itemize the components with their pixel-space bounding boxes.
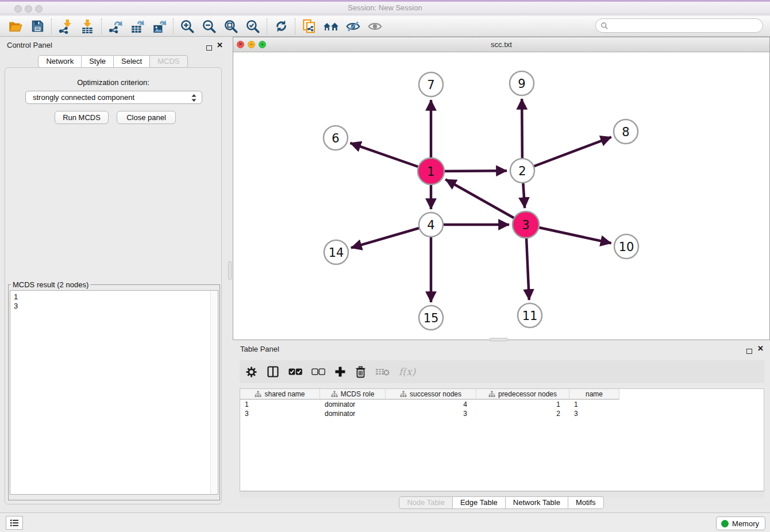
export-image-icon[interactable] bbox=[148, 17, 170, 36]
tab-select[interactable]: Select bbox=[114, 55, 150, 68]
show-panels-list-button[interactable] bbox=[6, 516, 23, 530]
column-type-icon bbox=[255, 391, 261, 398]
search-icon bbox=[600, 22, 609, 30]
chevron-up-down-icon bbox=[191, 93, 197, 105]
table-row[interactable]: 1 dominator 4 1 1 bbox=[240, 400, 619, 409]
node-3[interactable]: 3 bbox=[513, 211, 539, 238]
tab-edge-table[interactable]: Edge Table bbox=[453, 496, 506, 509]
tab-motifs[interactable]: Motifs bbox=[568, 496, 604, 509]
column-header-name[interactable]: name bbox=[569, 389, 619, 400]
cell-shared-name[interactable]: 3 bbox=[240, 409, 320, 418]
column-type-icon bbox=[400, 391, 407, 398]
zoom-in-icon[interactable] bbox=[176, 17, 198, 36]
export-table-icon[interactable] bbox=[126, 17, 148, 36]
memory-button[interactable]: Memory bbox=[716, 516, 765, 530]
node-8[interactable]: 8 bbox=[614, 119, 638, 144]
node-1[interactable]: 1 bbox=[418, 158, 444, 184]
open-file-icon[interactable] bbox=[5, 17, 26, 36]
delete-table-icon[interactable] bbox=[375, 367, 390, 376]
cell-name[interactable]: 3 bbox=[569, 409, 619, 418]
node-6[interactable]: 6 bbox=[324, 126, 348, 150]
tab-network-table[interactable]: Network Table bbox=[506, 496, 568, 509]
tab-mcds[interactable]: MCDS bbox=[150, 55, 187, 68]
network-window-titlebar[interactable]: ✕ − ＋ scc.txt bbox=[233, 37, 769, 52]
column-header-predecessor-nodes[interactable]: predecessor nodes bbox=[476, 389, 569, 400]
memory-label: Memory bbox=[732, 519, 759, 528]
cell-predecessor-nodes[interactable]: 1 bbox=[476, 400, 569, 409]
import-table-icon[interactable] bbox=[76, 17, 98, 36]
table-panel-close-icon[interactable]: ✕ bbox=[757, 346, 764, 352]
control-panel-tabs: Network Style Select MCDS bbox=[0, 55, 226, 68]
zoom-window-icon[interactable] bbox=[35, 5, 43, 13]
cell-mcds-role[interactable]: dominator bbox=[320, 409, 386, 418]
zoom-selected-icon[interactable] bbox=[242, 17, 264, 36]
cell-successor-nodes[interactable]: 3 bbox=[386, 409, 476, 418]
tab-style[interactable]: Style bbox=[82, 55, 114, 68]
clone-network-icon[interactable] bbox=[298, 17, 320, 36]
list-icon bbox=[10, 519, 19, 527]
status-bar: Memory bbox=[0, 512, 770, 532]
node-9[interactable]: 9 bbox=[510, 71, 534, 95]
save-session-icon[interactable] bbox=[26, 17, 48, 36]
edge-2-to-8[interactable] bbox=[522, 137, 611, 171]
run-mcds-button[interactable]: Run MCDS bbox=[55, 111, 109, 124]
minimize-window-icon[interactable] bbox=[25, 5, 32, 13]
node-14[interactable]: 14 bbox=[324, 240, 348, 264]
function-builder-icon[interactable]: f(x) bbox=[399, 366, 415, 377]
node-2[interactable]: 2 bbox=[510, 159, 534, 183]
deselect-all-columns-icon[interactable] bbox=[311, 368, 325, 376]
zoom-fit-icon[interactable] bbox=[220, 17, 242, 36]
column-header-successor-nodes[interactable]: successor nodes bbox=[386, 389, 476, 400]
column-view-icon[interactable] bbox=[267, 365, 279, 378]
node-4[interactable]: 4 bbox=[419, 213, 443, 237]
zoom-out-icon[interactable] bbox=[198, 17, 220, 36]
column-header-shared-name[interactable]: shared name bbox=[240, 389, 320, 400]
node-15[interactable]: 15 bbox=[419, 306, 443, 330]
refresh-view-icon[interactable] bbox=[270, 17, 292, 36]
vertical-split-handle[interactable] bbox=[228, 261, 232, 280]
column-header-mcds-role[interactable]: MCDS role bbox=[320, 389, 386, 400]
main-toolbar bbox=[0, 16, 770, 37]
import-network-icon[interactable] bbox=[55, 17, 76, 36]
search-input[interactable] bbox=[609, 20, 763, 32]
horizontal-split-handle[interactable] bbox=[490, 338, 508, 341]
node-10[interactable]: 10 bbox=[614, 234, 638, 259]
edges-layer bbox=[350, 99, 611, 302]
mcds-result-text[interactable]: 1 3 bbox=[10, 290, 218, 495]
first-neighbors-icon[interactable] bbox=[320, 17, 342, 36]
node-7[interactable]: 7 bbox=[419, 72, 443, 97]
close-panel-button[interactable]: Close panel bbox=[117, 111, 176, 124]
add-column-icon[interactable] bbox=[334, 366, 346, 377]
toolbar-separator bbox=[51, 18, 52, 34]
control-panel-close-icon[interactable]: ✕ bbox=[217, 43, 223, 48]
table-panel-title: Table Panel bbox=[240, 345, 279, 353]
select-all-columns-icon[interactable] bbox=[288, 368, 302, 376]
cell-mcds-role[interactable]: dominator bbox=[320, 400, 386, 409]
delete-column-icon[interactable] bbox=[355, 366, 366, 378]
column-type-icon bbox=[331, 391, 338, 398]
control-panel-float-icon[interactable] bbox=[206, 43, 212, 53]
export-network-icon[interactable] bbox=[105, 17, 126, 36]
tab-network[interactable]: Network bbox=[38, 55, 82, 68]
hide-selected-icon[interactable] bbox=[342, 17, 364, 36]
mcds-result-groupbox: MCDS result (2 nodes) 1 3 bbox=[8, 280, 220, 500]
network-canvas[interactable]: 7968124314101511 bbox=[233, 52, 769, 340]
tab-node-table[interactable]: Node Table bbox=[399, 496, 453, 509]
table-toolbar: f(x) bbox=[240, 360, 764, 383]
cell-successor-nodes[interactable]: 4 bbox=[386, 400, 476, 409]
cell-predecessor-nodes[interactable]: 2 bbox=[476, 409, 569, 418]
node-11[interactable]: 11 bbox=[518, 303, 542, 327]
table-panel-tabs: Node Table Edge Table Network Table Moti… bbox=[233, 496, 770, 509]
criterion-dropdown[interactable]: strongly connected component bbox=[25, 91, 202, 104]
cell-shared-name[interactable]: 1 bbox=[240, 400, 320, 409]
mcds-result-scrollbar[interactable] bbox=[210, 291, 218, 494]
toolbar-separator bbox=[267, 18, 267, 34]
table-settings-icon[interactable] bbox=[245, 366, 257, 378]
table-row[interactable]: 3 dominator 3 2 3 bbox=[240, 409, 619, 418]
cell-name[interactable]: 1 bbox=[569, 400, 619, 409]
close-window-icon[interactable] bbox=[14, 5, 22, 13]
search-box bbox=[595, 18, 763, 33]
show-all-icon[interactable] bbox=[364, 17, 386, 36]
toolbar-separator bbox=[101, 18, 102, 34]
table-panel-float-icon[interactable] bbox=[746, 346, 752, 356]
